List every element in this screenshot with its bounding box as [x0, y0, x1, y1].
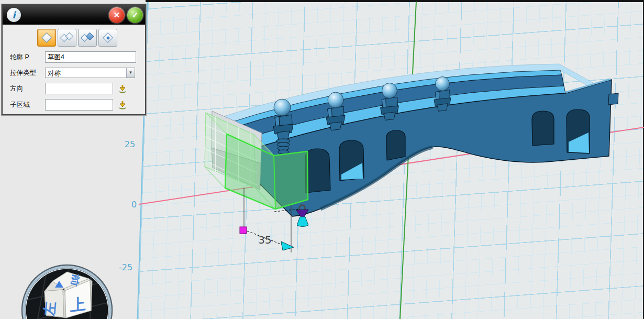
- dimension-start-handle[interactable]: [240, 227, 247, 234]
- preview-end-face: [274, 151, 308, 209]
- extrude-dialog: i ✕ ✓ 轮廓 P 拉伸类型: [2, 4, 146, 115]
- extrude-type-label: 拉伸类型: [10, 69, 45, 78]
- pick-subregion-icon[interactable]: [117, 100, 128, 109]
- extrude-type-row: 拉伸类型 对称 ▼: [10, 68, 145, 78]
- drag-skirt-handle[interactable]: [297, 217, 308, 227]
- arch-opening: [532, 111, 554, 146]
- confirm-button[interactable]: ✓: [127, 7, 143, 23]
- arch-opening: [305, 149, 330, 193]
- nav-cube-face-up[interactable]: 上: [70, 294, 86, 315]
- mode-symmetric[interactable]: [78, 29, 97, 47]
- axis-label-0: 0: [131, 200, 137, 210]
- profile-label: 轮廓 P: [10, 53, 45, 62]
- extrude-type-value: 对称: [48, 70, 61, 77]
- app-window: 35 25 0 -25: [0, 0, 644, 319]
- axis-value-labels: 25 0 -25: [119, 139, 137, 272]
- end-block-tab: [608, 93, 618, 105]
- info-icon[interactable]: i: [7, 8, 21, 22]
- profile-row: 轮廓 P: [10, 51, 145, 63]
- direction-input[interactable]: [45, 83, 113, 94]
- subregion-label: 子区域: [10, 101, 45, 109]
- mode-two-side[interactable]: [58, 29, 76, 47]
- dimension-value[interactable]: 35: [258, 234, 271, 246]
- mode-to-point[interactable]: [98, 29, 117, 47]
- profile-input[interactable]: [45, 51, 136, 63]
- chevron-down-icon[interactable]: ▼: [126, 68, 135, 78]
- extrude-mode-toolbar: [37, 29, 145, 47]
- extrude-type-select[interactable]: 对称 ▼: [45, 68, 135, 78]
- cancel-button[interactable]: ✕: [109, 7, 125, 23]
- diamond-icon: [41, 32, 52, 43]
- pick-direction-icon[interactable]: [117, 84, 128, 93]
- arch-opening: [386, 130, 405, 160]
- subregion-row: 子区域: [10, 99, 145, 111]
- subregion-input[interactable]: [45, 99, 113, 111]
- axis-label-minus25: -25: [119, 262, 132, 272]
- dimension-arrow-handle[interactable]: [281, 241, 294, 250]
- dialog-titlebar[interactable]: i ✕ ✓: [3, 5, 145, 25]
- viewport-top-border: [146, 0, 644, 2]
- nav-cube-face-left[interactable]: 左: [41, 301, 58, 317]
- nav-cube[interactable]: 前 左 上: [22, 265, 115, 319]
- mode-one-side[interactable]: [37, 29, 56, 47]
- direction-label: 方向: [10, 84, 45, 93]
- direction-row: 方向: [10, 83, 145, 94]
- axis-label-25: 25: [125, 139, 135, 149]
